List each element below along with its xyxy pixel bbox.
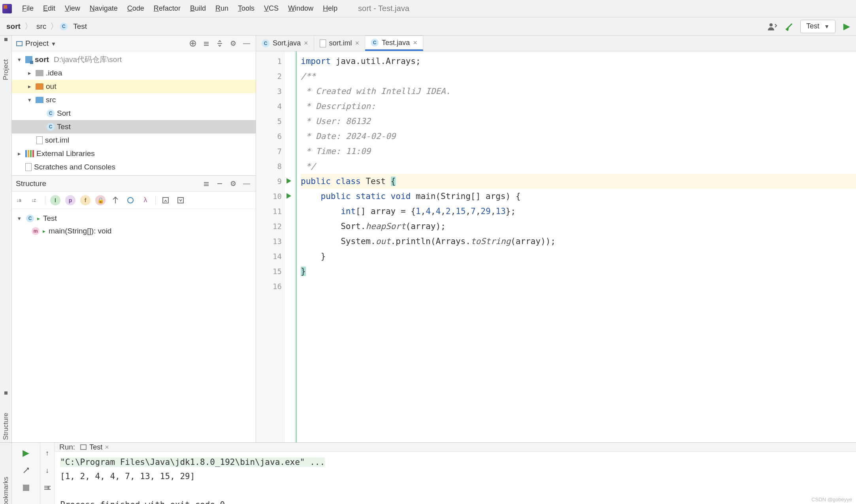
hide-panel-icon[interactable]: — <box>241 38 252 49</box>
editor-tab-Sort-java[interactable]: CSort.java× <box>256 36 314 51</box>
run-button[interactable]: ▶ <box>841 21 852 32</box>
app-icon <box>2 4 12 13</box>
inherited-icon[interactable] <box>110 195 121 205</box>
menu-code[interactable]: Code <box>123 3 149 14</box>
close-icon[interactable]: × <box>413 39 417 47</box>
run-output[interactable]: "C:\Program Files\Java\jdk1.8.0_192\bin\… <box>55 452 856 504</box>
close-icon[interactable]: × <box>304 39 308 47</box>
tree-.idea[interactable]: ▸.idea <box>12 66 256 80</box>
structure-panel-header: Structure ⚙ — <box>12 176 256 192</box>
run-tab-name[interactable]: Test <box>89 443 102 451</box>
chevron-down-icon[interactable]: ▼ <box>51 41 56 47</box>
menu-file[interactable]: File <box>17 3 38 14</box>
library-icon <box>25 150 34 157</box>
menu-navigate[interactable]: Navigate <box>85 3 123 14</box>
show-properties-icon[interactable]: p <box>65 195 75 205</box>
stop-button[interactable] <box>21 482 32 493</box>
code-editor[interactable]: 12345678910111213141516 import java.util… <box>256 51 856 442</box>
menu-help[interactable]: Help <box>318 3 342 14</box>
class-icon: C <box>47 109 55 117</box>
rail-marker-icon <box>4 391 8 395</box>
project-tree[interactable]: ▾sortD:\java代码仓库\sort▸.idea▸out▾srcC Sor… <box>12 51 256 175</box>
run-configuration-selector[interactable]: Test ▼ <box>800 20 835 33</box>
anonymous-icon[interactable] <box>125 195 136 205</box>
gear-icon[interactable]: ⚙ <box>228 179 238 189</box>
tree-external-libraries[interactable]: ▸ External Libraries <box>12 147 256 160</box>
editor-tabs: CSort.java×sort.iml×CTest.java× <box>256 36 856 51</box>
window-title: sort - Test.java <box>358 4 409 13</box>
file-icon <box>320 39 326 47</box>
folder-icon <box>36 83 43 90</box>
editor-tab-Test-java[interactable]: CTest.java× <box>365 36 423 51</box>
user-icon[interactable] <box>767 21 778 32</box>
settings-icon[interactable] <box>21 465 32 476</box>
project-tool-button[interactable]: Project <box>2 57 10 83</box>
hide-panel-icon[interactable]: — <box>241 179 252 189</box>
chevron-down-icon: ▼ <box>824 23 830 30</box>
tree-Sort[interactable]: C Sort <box>12 107 256 120</box>
class-icon: C <box>371 39 379 47</box>
run-config-label: Test <box>806 22 819 30</box>
crumb-file[interactable]: Test <box>71 21 89 32</box>
up-icon[interactable]: ↑ <box>42 448 53 459</box>
sort-alpha-icon[interactable]: ↓a <box>15 195 25 205</box>
project-panel-title: Project <box>25 39 49 47</box>
class-icon: C <box>262 39 270 47</box>
svg-rect-11 <box>81 445 86 449</box>
autoscroll-to-source-icon[interactable] <box>160 195 171 205</box>
structure-tool-button[interactable]: Structure <box>2 410 10 442</box>
show-interfaces-icon[interactable]: I <box>50 195 60 205</box>
close-icon[interactable]: × <box>355 39 360 47</box>
close-icon[interactable]: × <box>105 443 109 451</box>
breadcrumb: sort 〉 src 〉 C Test <box>4 21 89 32</box>
expand-all-icon[interactable] <box>201 38 211 49</box>
build-icon[interactable] <box>784 21 795 32</box>
class-icon: C <box>60 23 68 30</box>
gear-icon[interactable]: ⚙ <box>228 38 238 49</box>
crumb-src[interactable]: src <box>34 21 49 32</box>
svg-rect-1 <box>17 41 22 46</box>
menu-view[interactable]: View <box>60 3 85 14</box>
menu-window[interactable]: Window <box>283 3 318 14</box>
svg-text:↓a: ↓a <box>16 197 21 203</box>
tree-src[interactable]: ▾src <box>12 93 256 107</box>
menu-build[interactable]: Build <box>185 3 211 14</box>
tree-scratches[interactable]: ▸ Scratches and Consoles <box>12 160 256 174</box>
editor-tab-sort-iml[interactable]: sort.iml× <box>314 36 366 51</box>
menu-edit[interactable]: Edit <box>38 3 60 14</box>
rerun-button[interactable]: ▶ <box>21 448 32 459</box>
tree-Test[interactable]: C Test <box>12 120 256 134</box>
select-opened-file-icon[interactable] <box>188 38 198 49</box>
bookmarks-tool-button[interactable]: Bookmarks <box>2 474 10 504</box>
main-menu-bar: FileEditViewNavigateCodeRefactorBuildRun… <box>0 0 856 17</box>
collapse-all-icon[interactable] <box>215 179 225 189</box>
scratch-icon <box>25 163 32 171</box>
down-icon[interactable]: ↓ <box>42 465 53 476</box>
menu-run[interactable]: Run <box>211 3 233 14</box>
svg-rect-10 <box>23 485 29 491</box>
menu-vcs[interactable]: VCS <box>259 3 283 14</box>
lambda-icon[interactable]: λ <box>140 195 151 205</box>
menu-refactor[interactable]: Refactor <box>149 3 185 14</box>
tree-sort.iml[interactable]: sort.iml <box>12 134 256 147</box>
show-nonpublic-icon[interactable]: 🔒 <box>95 195 106 205</box>
tree-root[interactable]: ▾sortD:\java代码仓库\sort <box>12 53 256 66</box>
tree-out[interactable]: ▸out <box>12 80 256 93</box>
structure-tree[interactable]: ▾C▸Test m▸main(String[]): void <box>12 209 256 241</box>
folder-icon <box>36 70 43 76</box>
menu-tools[interactable]: Tools <box>233 3 259 14</box>
expand-all-icon[interactable] <box>201 179 211 189</box>
left-tool-rail: Project Structure <box>0 36 12 442</box>
project-panel-header: Project ▼ ⚙ — <box>12 36 256 51</box>
autoscroll-from-source-icon[interactable] <box>175 195 186 205</box>
sort-visibility-icon[interactable]: ↓z <box>30 195 40 205</box>
soft-wrap-icon[interactable] <box>42 482 53 493</box>
structure-root[interactable]: Test <box>43 214 57 223</box>
structure-member[interactable]: main(String[]): void <box>49 227 111 235</box>
run-label: Run: <box>59 443 75 451</box>
module-icon <box>25 56 32 63</box>
crumb-root[interactable]: sort <box>4 21 23 32</box>
method-icon: m <box>32 227 40 235</box>
show-fields-icon[interactable]: f <box>80 195 91 205</box>
collapse-all-icon[interactable] <box>215 38 225 49</box>
